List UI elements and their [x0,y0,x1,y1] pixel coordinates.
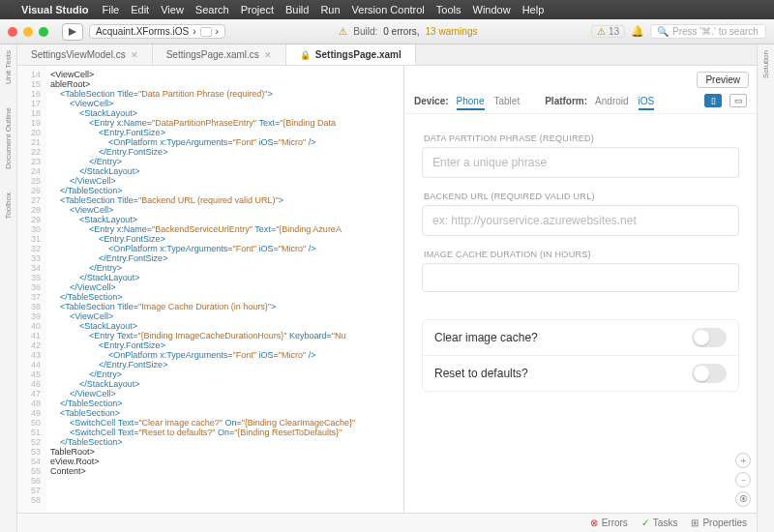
warnings-badge[interactable]: ⚠ 13 [591,25,625,38]
menu-run[interactable]: Run [320,4,340,15]
build-status: ⚠ Build: 0 errors, 13 warnings [231,26,585,37]
zoom-controls: ＋ － ⦿ [735,453,751,507]
check-icon: ✓ [641,517,649,528]
device-bar: Device: PhoneTablet Platform: AndroidiOS… [404,90,757,114]
code-area[interactable]: <ViewCell>ableRoot> <TableSection Title=… [46,66,403,513]
code-editor[interactable]: 1415161718192021222324252627282930313233… [17,66,404,513]
window-controls [8,27,48,37]
search-placeholder: Press '⌘.' to search [672,26,759,37]
minimize-icon[interactable] [23,27,33,37]
zoom-icon[interactable] [39,27,48,37]
device-option-phone[interactable]: Phone [457,96,485,110]
device-label: Device: [414,96,449,106]
zoom-in-icon[interactable]: ＋ [735,453,751,468]
tab-label: SettingsPage.xaml [315,49,402,60]
rail-solution[interactable]: Solution [761,50,770,78]
entry-field[interactable]: ex: http://yourservice.azurewebsites.net [422,205,739,236]
close-icon[interactable]: ✕ [131,50,138,60]
tab-label: SettingsPage.xaml.cs [166,49,259,60]
menu-view[interactable]: View [161,4,184,15]
switch-label: Clear image cache? [434,331,538,344]
switch-toggle[interactable] [692,364,727,383]
menu-tools[interactable]: Tools [436,4,461,15]
build-warnings: 13 warnings [426,26,478,37]
zoom-out-icon[interactable]: － [735,472,751,488]
properties-pad[interactable]: ⊞Properties [691,517,747,528]
rendered-form: DATA PARTITION PHRASE (REQUIRED)Enter a … [404,114,757,411]
menu-version-control[interactable]: Version Control [352,4,425,15]
editor-preview-split: 1415161718192021222324252627282930313233… [17,66,757,513]
status-bar: ⊗Errors ✓Tasks ⊞Properties [17,513,757,532]
switch-label: Reset to defaults? [434,367,528,380]
right-rail: Solution [757,44,774,532]
tab-settingsviewmodel-cs[interactable]: SettingsViewModel.cs✕ [17,44,153,65]
rail-unit-tests[interactable]: Unit Tests [4,50,13,84]
warning-triangle-icon: ⚠ [597,26,606,37]
switch-section: Clear image cache?Reset to defaults? [422,319,739,392]
warning-triangle-icon: ⚠ [339,26,347,37]
section-label: IMAGE CACHE DURATION (IN HOURS) [422,250,739,263]
menu-help[interactable]: Help [522,4,545,15]
zoom-reset-icon[interactable]: ⦿ [735,491,751,507]
menu-file[interactable]: File [102,4,119,15]
close-icon[interactable] [8,27,17,37]
xaml-previewer: Preview Device: PhoneTablet Platform: An… [404,66,757,513]
entry-field[interactable]: Enter a unique phrase [422,147,739,178]
rail-toolbox[interactable]: Toolbox [4,192,13,220]
errors-pad[interactable]: ⊗Errors [590,517,628,528]
switch-row: Clear image cache? [423,320,738,355]
close-icon[interactable]: ✕ [264,50,272,60]
search-icon: 🔍 [657,26,669,37]
project-name: Acquaint.XForms.iOS [96,26,189,37]
main-area: SettingsViewModel.cs✕SettingsPage.xaml.c… [17,44,757,532]
landscape-icon[interactable]: ▭ [729,94,747,107]
chevron-right-icon: › [193,26,195,37]
rail-document-outline[interactable]: Document Outline [4,107,13,169]
ide-body: Unit TestsDocument OutlineToolbox Settin… [0,44,774,532]
menu-search[interactable]: Search [195,4,229,15]
app-title[interactable]: Visual Studio [21,4,88,15]
menu-window[interactable]: Window [473,4,511,15]
platform-option-android[interactable]: Android [595,96,628,108]
bell-icon[interactable]: 🔔 [631,25,644,38]
warnings-count: 13 [609,26,619,37]
menu-edit[interactable]: Edit [131,4,149,15]
error-icon: ⊗ [590,517,598,528]
menu-project[interactable]: Project [241,4,274,15]
build-prefix: Build: [353,26,377,37]
portrait-icon[interactable]: ▯ [704,94,722,107]
line-gutter: 1415161718192021222324252627282930313233… [17,66,46,513]
menubar: Visual Studio FileEditViewSearchProjectB… [0,0,774,19]
menu-build[interactable]: Build [285,4,309,15]
platform-option-ios[interactable]: iOS [639,96,655,110]
entry-field[interactable] [422,263,739,292]
section-label: BACKEND URL (REQUIRED VALID URL) [422,192,739,205]
lock-icon: 🔒 [300,50,311,60]
chevron-right-icon: › [216,26,219,37]
switch-toggle[interactable] [692,328,727,347]
switch-row: Reset to defaults? [423,355,738,391]
form-section: BACKEND URL (REQUIRED VALID URL)ex: http… [422,192,739,236]
global-search[interactable]: 🔍 Press '⌘.' to search [650,24,766,39]
project-selector[interactable]: Acquaint.XForms.iOS › › [89,24,225,39]
document-tabs: SettingsViewModel.cs✕SettingsPage.xaml.c… [17,44,757,66]
preview-button[interactable]: Preview [697,72,749,88]
form-section: DATA PARTITION PHRASE (REQUIRED)Enter a … [422,133,739,178]
tab-label: SettingsViewModel.cs [31,49,126,60]
form-section: IMAGE CACHE DURATION (IN HOURS) [422,250,739,292]
tab-settingspage-xaml-cs[interactable]: SettingsPage.xaml.cs✕ [153,44,286,65]
tab-settingspage-xaml[interactable]: 🔒SettingsPage.xaml [286,44,416,65]
run-button[interactable] [62,23,83,41]
device-option-tablet[interactable]: Tablet [494,96,521,108]
tasks-pad[interactable]: ✓Tasks [641,517,678,528]
properties-icon: ⊞ [691,517,699,528]
build-errors: 0 errors, [383,26,419,37]
device-icon [200,27,212,37]
svg-marker-0 [69,28,76,36]
toolbar: Acquaint.XForms.iOS › › ⚠ Build: 0 error… [0,19,774,44]
section-label: DATA PARTITION PHRASE (REQUIRED) [422,133,739,147]
platform-label: Platform: [545,96,587,106]
left-rail: Unit TestsDocument OutlineToolbox [0,44,17,532]
